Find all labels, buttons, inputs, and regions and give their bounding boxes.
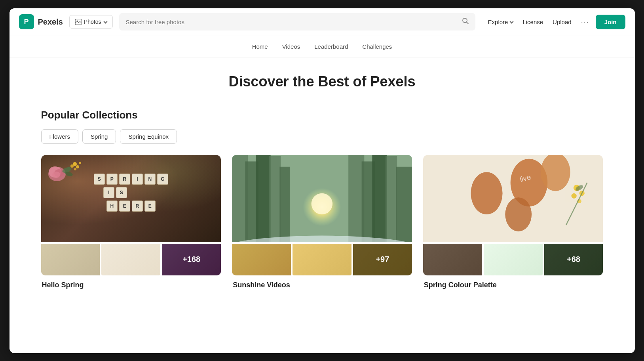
pill-flowers[interactable]: Flowers — [41, 129, 79, 144]
flowers-top-left — [45, 158, 93, 195]
nav-links: Explore License Upload ··· — [488, 18, 589, 26]
join-button[interactable]: Join — [596, 15, 625, 29]
search-icon — [462, 17, 469, 26]
search-bar[interactable] — [119, 13, 475, 31]
upload-link[interactable]: Upload — [553, 19, 572, 25]
search-input[interactable] — [125, 19, 458, 25]
svg-rect-19 — [269, 156, 281, 242]
collection-card-sunshine-videos[interactable]: +97 Sunshine Videos — [232, 155, 412, 289]
svg-point-12 — [79, 162, 81, 164]
svg-point-7 — [52, 172, 60, 178]
logo-area[interactable]: P Pexels — [19, 14, 63, 29]
scrabble-tiles: S P R I N G I S H E — [94, 174, 168, 212]
card-main-image-2 — [232, 155, 412, 242]
card-sub-img-1a — [41, 244, 100, 275]
photos-label: Photos — [84, 19, 101, 25]
license-link[interactable]: License — [522, 19, 543, 25]
page-title: Discover the Best of Pexels — [41, 73, 603, 90]
svg-point-33 — [505, 197, 532, 231]
count-overlay-1: +168 — [162, 244, 221, 275]
svg-rect-23 — [372, 155, 387, 242]
card-sub-row-3: +68 — [423, 244, 603, 275]
pill-spring[interactable]: Spring — [82, 129, 116, 144]
card-sub-img-3c: +68 — [544, 244, 603, 275]
sub-nav-leaderboard[interactable]: Leaderboard — [314, 43, 348, 50]
collection-card-spring-colour-palette[interactable]: live — [423, 155, 603, 289]
card-label-1: Hello Spring — [41, 281, 221, 289]
card-sub-img-1c: +168 — [162, 244, 221, 275]
card-main-image-1: S P R I N G I S H E — [41, 155, 221, 242]
card-sub-img-2c: +97 — [353, 244, 412, 275]
card-sub-row-2: +97 — [232, 244, 412, 275]
card-sub-img-1b — [101, 244, 160, 275]
card-label-2: Sunshine Videos — [232, 281, 412, 289]
count-overlay-2: +97 — [353, 244, 412, 275]
svg-rect-18 — [256, 155, 270, 242]
card-main-image-3: live — [423, 155, 603, 242]
count-overlay-3: +68 — [544, 244, 603, 275]
card-sub-img-2a — [232, 244, 291, 275]
svg-rect-20 — [280, 166, 291, 242]
navbar: P Pexels Photos Explore — [9, 8, 635, 36]
explore-link[interactable]: Explore — [488, 19, 513, 25]
svg-line-3 — [466, 22, 468, 24]
svg-point-9 — [76, 165, 79, 168]
popular-collections-title: Popular Collections — [41, 109, 603, 121]
filter-pills: Flowers Spring Spring Equinox — [41, 129, 603, 144]
collection-card-hello-spring[interactable]: S P R I N G I S H E — [41, 155, 221, 289]
logo-icon: P — [19, 14, 34, 29]
svg-point-32 — [471, 172, 502, 214]
pill-spring-equinox[interactable]: Spring Equinox — [120, 129, 177, 144]
svg-rect-24 — [386, 156, 397, 242]
browser-window: P Pexels Photos Explore — [9, 8, 635, 353]
card-sub-img-2b — [293, 244, 351, 275]
svg-point-11 — [74, 168, 76, 170]
collections-grid: S P R I N G I S H E — [41, 155, 603, 289]
image-icon — [75, 19, 82, 25]
svg-point-37 — [571, 193, 576, 198]
photos-chevron-icon — [104, 19, 108, 23]
card-sub-row-1: +168 — [41, 244, 221, 275]
card-sub-img-3b — [484, 244, 543, 275]
card-sub-img-3a — [423, 244, 482, 275]
main-content: Discover the Best of Pexels Popular Coll… — [9, 57, 635, 313]
sub-nav-videos[interactable]: Videos — [282, 43, 300, 50]
sub-nav-challenges[interactable]: Challenges — [362, 43, 392, 50]
forest-scene — [232, 155, 412, 242]
sub-nav: Home Videos Leaderboard Challenges — [9, 36, 635, 57]
logo-text: Pexels — [38, 17, 63, 27]
svg-rect-25 — [396, 166, 412, 242]
spring-scene: live — [423, 155, 603, 242]
svg-point-10 — [70, 164, 74, 168]
sub-nav-home[interactable]: Home — [252, 43, 268, 50]
svg-point-28 — [312, 193, 332, 214]
photos-dropdown-button[interactable]: Photos — [69, 15, 113, 29]
explore-chevron-icon — [510, 19, 514, 23]
more-options-button[interactable]: ··· — [581, 18, 589, 26]
card-label-3: Spring Colour Palette — [423, 281, 603, 289]
